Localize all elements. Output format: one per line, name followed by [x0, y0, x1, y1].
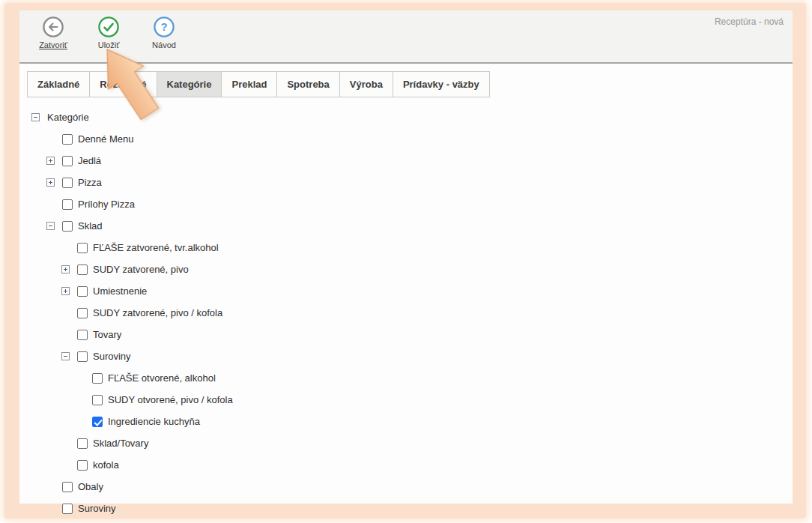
- tree-item-label[interactable]: SUDY zatvorené, pivo / kofola: [93, 307, 222, 318]
- toolbar: Zatvoriť Uložiť ?Návod Receptúra - nová: [19, 10, 793, 64]
- tab-bar: ZákladnéRozšírenéKategóriePrekladSpotreb…: [27, 71, 793, 97]
- tree-item: Prílohy Pizza: [19, 193, 793, 215]
- page-title: Receptúra - nová: [715, 16, 784, 27]
- tab-prídavky-väzby[interactable]: Prídavky - väzby: [393, 71, 490, 97]
- expand-plus-icon[interactable]: [61, 265, 70, 273]
- tree-item: Pizza: [19, 172, 793, 193]
- help-button[interactable]: ?Návod: [142, 16, 186, 49]
- tree-item: Suroviny: [19, 498, 793, 519]
- tree-item-label[interactable]: Ingrediencie kuchyňa: [108, 416, 200, 427]
- help-button-label: Návod: [152, 40, 176, 49]
- tree-item: Sklad/Tovary: [19, 432, 793, 454]
- tree-item: Suroviny: [19, 345, 793, 367]
- checkbox[interactable]: [77, 286, 88, 297]
- tree-item-label[interactable]: Denné Menu: [78, 133, 133, 145]
- tree-item: FĽAŠE zatvorené, tvr.alkohol: [19, 237, 793, 259]
- checkbox[interactable]: [77, 243, 88, 253]
- tree-item: SUDY zatvorené, pivo / kofola: [19, 302, 793, 324]
- checkbox[interactable]: [62, 504, 73, 514]
- tree-item: kofola: [19, 454, 793, 476]
- checkbox[interactable]: [92, 373, 103, 384]
- tree-item: Denné Menu: [19, 128, 793, 150]
- checkbox[interactable]: [62, 156, 73, 166]
- checkbox[interactable]: [62, 134, 73, 145]
- question-circle-icon: ?: [153, 16, 175, 38]
- tree-item: Kategórie: [19, 106, 793, 128]
- tree-item: FĽAŠE otvorené, alkohol: [19, 367, 793, 389]
- tree-item-label[interactable]: Jedlá: [78, 155, 101, 166]
- app-window: Zatvoriť Uložiť ?Návod Receptúra - nová …: [19, 10, 793, 504]
- collapse-minus-icon[interactable]: [46, 222, 55, 230]
- tree-item-label[interactable]: Sklad: [78, 220, 103, 232]
- back-arrow-icon: [42, 16, 64, 38]
- checkbox[interactable]: [62, 199, 73, 210]
- tree-item: Obaly: [19, 476, 793, 498]
- tree-item-label[interactable]: FĽAŠE otvorené, alkohol: [108, 372, 216, 384]
- tree-item: Sklad: [19, 215, 793, 237]
- tree-item-label[interactable]: Obaly: [78, 481, 103, 492]
- tree-item-label[interactable]: Prílohy Pizza: [78, 199, 135, 210]
- checkbox[interactable]: [77, 351, 88, 362]
- tree-item-label[interactable]: Umiestnenie: [93, 285, 147, 297]
- tree-item-label[interactable]: kofola: [93, 459, 119, 471]
- close-button[interactable]: Zatvoriť: [31, 16, 75, 49]
- checkbox[interactable]: [77, 308, 88, 318]
- category-tree: KategórieDenné MenuJedláPizzaPrílohy Piz…: [19, 106, 793, 519]
- collapse-minus-icon[interactable]: [31, 113, 40, 121]
- tree-item-label[interactable]: Kategórie: [47, 112, 89, 123]
- checkbox[interactable]: [77, 460, 88, 471]
- tree-item: Ingrediencie kuchyňa: [19, 411, 793, 432]
- tab-kategórie[interactable]: Kategórie: [157, 71, 222, 97]
- tree-item-label[interactable]: FĽAŠE zatvorené, tvr.alkohol: [93, 242, 219, 253]
- tree-item-label[interactable]: Pizza: [78, 177, 102, 188]
- checkbox[interactable]: [77, 264, 88, 275]
- tab-spotreba[interactable]: Spotreba: [276, 71, 339, 97]
- tree-item: SUDY otvorené, pivo / kofola: [19, 389, 793, 411]
- toolbar-buttons: Zatvoriť Uložiť ?Návod: [31, 16, 186, 49]
- tab-preklad[interactable]: Preklad: [221, 71, 277, 97]
- tab-rozšírené[interactable]: Rozšírené: [89, 71, 157, 97]
- expand-plus-icon[interactable]: [46, 178, 55, 187]
- save-button-label: Uložiť: [98, 40, 120, 49]
- checkbox[interactable]: [77, 330, 88, 340]
- close-button-label: Zatvoriť: [39, 40, 67, 49]
- tree-item-label[interactable]: SUDY zatvorené, pivo: [93, 264, 189, 275]
- checkbox[interactable]: [62, 178, 73, 188]
- tree-item-label[interactable]: Suroviny: [93, 351, 131, 362]
- check-circle-icon: [97, 16, 120, 38]
- tree-item: SUDY zatvorené, pivo: [19, 259, 793, 280]
- expand-plus-icon[interactable]: [46, 157, 55, 165]
- tree-item-label[interactable]: Sklad/Tovary: [93, 438, 148, 449]
- svg-text:?: ?: [160, 20, 167, 33]
- tree-item-label[interactable]: SUDY otvorené, pivo / kofola: [108, 394, 233, 405]
- collapse-minus-icon[interactable]: [61, 352, 70, 360]
- tree-item-label[interactable]: Suroviny: [78, 503, 116, 514]
- tree-item: Umiestnenie: [19, 280, 793, 302]
- save-button[interactable]: Uložiť: [87, 16, 130, 49]
- expand-plus-icon[interactable]: [61, 287, 70, 295]
- checkbox-checked[interactable]: [92, 417, 103, 427]
- checkbox[interactable]: [77, 438, 88, 449]
- checkbox[interactable]: [62, 482, 73, 492]
- tab-základné[interactable]: Základné: [27, 71, 90, 97]
- tree-item: Jedlá: [19, 150, 793, 172]
- checkbox[interactable]: [62, 221, 73, 232]
- tab-výroba[interactable]: Výroba: [339, 71, 393, 97]
- tree-item: Tovary: [19, 324, 793, 345]
- checkbox[interactable]: [92, 395, 103, 405]
- tree-item-label[interactable]: Tovary: [93, 329, 121, 340]
